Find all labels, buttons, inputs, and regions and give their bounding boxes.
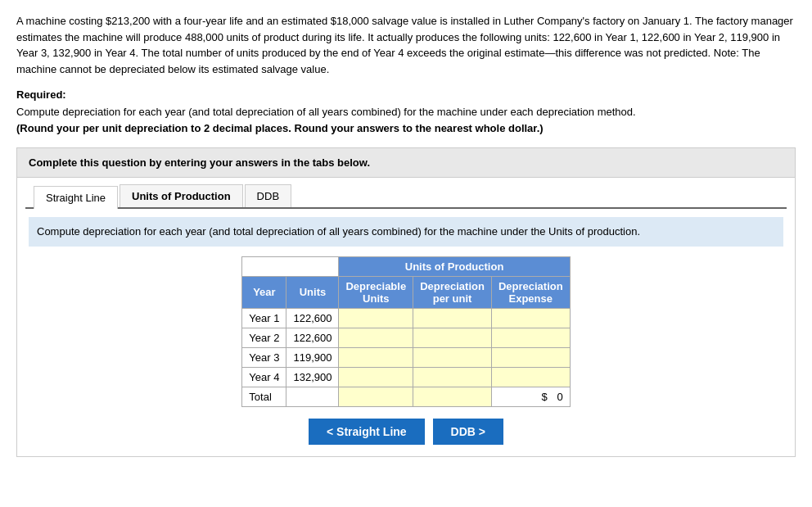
- required-body: Compute depreciation for each year (and …: [16, 106, 636, 118]
- table-wrapper: Units of Production Year Units Depreciab…: [29, 256, 783, 407]
- total-units: [286, 387, 339, 406]
- year-2-label: Year 2: [242, 328, 286, 347]
- year-1-dep-expense-input[interactable]: [502, 312, 559, 324]
- total-dep-expense-cell: $ 0: [491, 387, 570, 406]
- prev-button[interactable]: < Straight Line: [309, 419, 425, 445]
- table-row: Year 1 122,600: [242, 308, 570, 328]
- year-3-dep-expense-input[interactable]: [502, 351, 559, 364]
- year-3-dep-per-unit[interactable]: [413, 347, 492, 367]
- nav-buttons: < Straight Line DDB >: [29, 419, 783, 445]
- col-dep-per-unit: Depreciationper unit: [413, 276, 492, 308]
- year-2-dep-units-input[interactable]: [347, 332, 404, 344]
- year-4-units: 132,900: [286, 367, 339, 387]
- tab-header-bar: Complete this question by entering your …: [17, 148, 795, 178]
- year-1-dep-units-input[interactable]: [347, 312, 404, 324]
- required-label: Required:: [16, 88, 796, 101]
- tab-ddb[interactable]: DDB: [245, 184, 291, 207]
- next-button[interactable]: DDB >: [433, 419, 503, 445]
- required-text: Compute depreciation for each year (and …: [16, 104, 796, 136]
- year-2-units: 122,600: [286, 328, 339, 347]
- year-2-dep-units[interactable]: [339, 328, 413, 347]
- group-header-row: Units of Production: [242, 256, 570, 276]
- table-row: Year 2 122,600: [242, 328, 570, 347]
- problem-description: A machine costing $213,200 with a four-y…: [16, 15, 793, 75]
- tab-description: Compute depreciation for each year (and …: [29, 217, 783, 247]
- year-2-dep-expense-input[interactable]: [502, 332, 559, 344]
- year-3-dep-per-unit-input[interactable]: [424, 351, 481, 364]
- year-3-dep-units-input[interactable]: [347, 351, 404, 364]
- total-dep-expense-value: 0: [557, 391, 562, 403]
- col-dep-expense: DepreciationExpense: [491, 276, 570, 308]
- depreciation-table: Units of Production Year Units Depreciab…: [241, 256, 570, 407]
- col-year: Year: [242, 276, 286, 308]
- group-header-label: Units of Production: [339, 256, 570, 276]
- total-dep-units[interactable]: [339, 387, 413, 406]
- year-1-dep-expense[interactable]: [491, 308, 570, 328]
- year-1-label: Year 1: [242, 308, 286, 328]
- required-bold: (Round your per unit depreciation to 2 d…: [16, 122, 544, 134]
- tabs-row: Straight Line Units of Production DDB: [25, 184, 787, 209]
- year-4-dep-expense[interactable]: [491, 367, 570, 387]
- year-1-dep-per-unit-input[interactable]: [424, 312, 481, 324]
- table-row: Year 4 132,900: [242, 367, 570, 387]
- col-units: Units: [286, 276, 339, 308]
- year-4-dep-expense-input[interactable]: [502, 371, 559, 383]
- year-2-dep-expense[interactable]: [491, 328, 570, 347]
- problem-text: A machine costing $213,200 with a four-y…: [16, 13, 796, 77]
- year-1-dep-per-unit[interactable]: [413, 308, 492, 328]
- year-2-dep-per-unit[interactable]: [413, 328, 492, 347]
- year-3-units: 119,900: [286, 347, 339, 367]
- year-3-dep-expense[interactable]: [491, 347, 570, 367]
- total-dep-per-unit[interactable]: [413, 387, 492, 406]
- total-label: Total: [242, 387, 286, 406]
- tab-content: Compute depreciation for each year (and …: [17, 209, 795, 456]
- year-3-dep-units[interactable]: [339, 347, 413, 367]
- col-header-row: Year Units DepreciableUnits Depreciation…: [242, 276, 570, 308]
- year-2-dep-per-unit-input[interactable]: [424, 332, 481, 344]
- total-dep-per-unit-input[interactable]: [424, 391, 481, 403]
- total-dep-units-input[interactable]: [347, 391, 404, 403]
- year-4-label: Year 4: [242, 367, 286, 387]
- total-dep-expense-prefix: $: [542, 391, 548, 403]
- total-row: Total $ 0: [242, 387, 570, 406]
- tab-straight-line[interactable]: Straight Line: [34, 186, 118, 209]
- year-3-label: Year 3: [242, 347, 286, 367]
- col-dep-units: DepreciableUnits: [339, 276, 413, 308]
- year-4-dep-units-input[interactable]: [347, 371, 404, 383]
- year-1-dep-units[interactable]: [339, 308, 413, 328]
- year-4-dep-per-unit[interactable]: [413, 367, 492, 387]
- year-1-units: 122,600: [286, 308, 339, 328]
- tab-units-of-production[interactable]: Units of Production: [120, 184, 243, 207]
- table-row: Year 3 119,900: [242, 347, 570, 367]
- year-4-dep-units[interactable]: [339, 367, 413, 387]
- tab-container: Complete this question by entering your …: [16, 147, 796, 457]
- required-section: Required: Compute depreciation for each …: [16, 88, 796, 136]
- year-4-dep-per-unit-input[interactable]: [424, 371, 481, 383]
